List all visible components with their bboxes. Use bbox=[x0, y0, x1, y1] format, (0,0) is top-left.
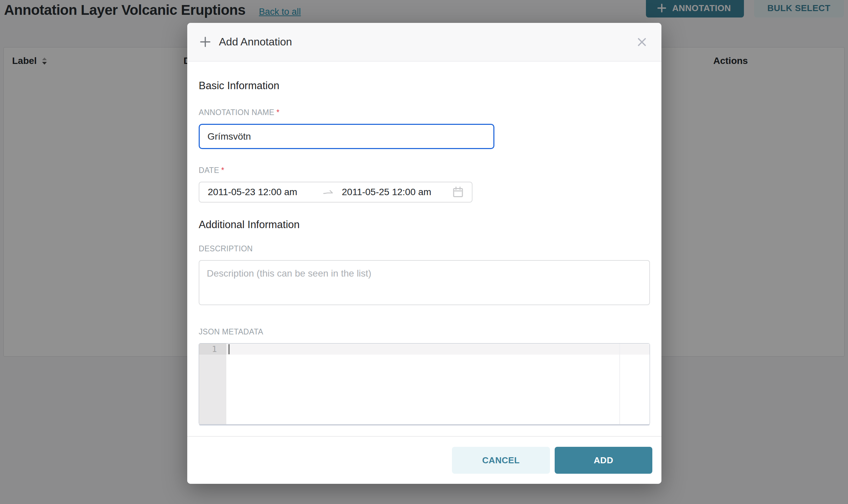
modal-footer: CANCEL ADD bbox=[187, 436, 661, 484]
modal-body: Basic Information ANNOTATION NAME* DATE*… bbox=[187, 61, 661, 425]
plus-icon bbox=[200, 36, 211, 48]
annotation-name-input[interactable] bbox=[199, 124, 495, 149]
date-label: DATE* bbox=[199, 166, 650, 175]
add-button[interactable]: ADD bbox=[555, 447, 652, 474]
json-metadata-editor[interactable]: 1 bbox=[199, 343, 650, 425]
date-start-value[interactable]: 2011-05-23 12:00 am bbox=[208, 187, 323, 198]
section-additional-information: Additional Information bbox=[199, 219, 650, 231]
modal-header: Add Annotation bbox=[187, 23, 661, 61]
editor-gutter: 1 bbox=[199, 343, 226, 424]
required-asterisk: * bbox=[221, 166, 224, 175]
annotation-name-label: ANNOTATION NAME* bbox=[199, 108, 650, 117]
arrow-right-icon bbox=[323, 190, 334, 195]
description-textarea[interactable] bbox=[199, 260, 650, 305]
editor-cursor bbox=[228, 344, 230, 354]
json-metadata-label: JSON METADATA bbox=[199, 327, 650, 337]
date-range-picker[interactable]: 2011-05-23 12:00 am 2011-05-25 12:00 am bbox=[199, 182, 472, 202]
required-asterisk: * bbox=[277, 108, 279, 117]
cancel-button[interactable]: CANCEL bbox=[452, 447, 550, 474]
editor-line-number: 1 bbox=[199, 343, 226, 355]
section-basic-information: Basic Information bbox=[199, 80, 650, 92]
editor-print-margin bbox=[619, 343, 620, 424]
description-label: DESCRIPTION bbox=[199, 244, 650, 253]
editor-active-line bbox=[226, 343, 650, 355]
add-annotation-modal: Add Annotation Basic Information ANNOTAT… bbox=[187, 23, 661, 484]
date-end-value[interactable]: 2011-05-25 12:00 am bbox=[342, 187, 431, 198]
calendar-icon[interactable] bbox=[453, 186, 463, 198]
modal-title: Add Annotation bbox=[219, 36, 292, 48]
close-icon[interactable] bbox=[637, 37, 646, 47]
